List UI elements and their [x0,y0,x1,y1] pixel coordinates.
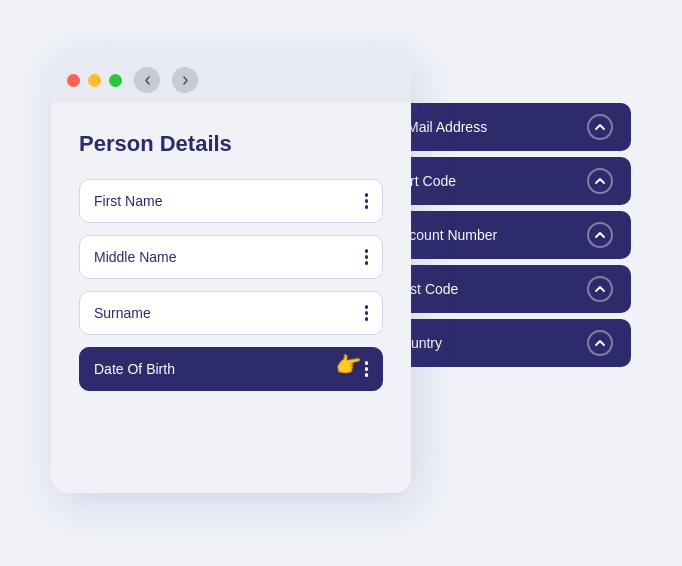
browser-chrome [51,53,411,103]
traffic-light-red[interactable] [67,74,80,87]
field-middlename[interactable]: Middle Name [79,235,383,279]
dot [365,261,369,265]
scene: E-Mail Address Sort Code Account Number [51,53,631,513]
dot [365,373,369,377]
dot [365,361,369,365]
dot [365,311,369,315]
field-firstname-label: First Name [94,193,162,209]
field-surname[interactable]: Surname [79,291,383,335]
chevron-up-icon [594,175,606,187]
browser-window: Person Details First Name Middle Name [51,53,411,493]
form-fields: First Name Middle Name [79,179,383,391]
field-firstname-menu[interactable] [365,193,369,209]
chevron-circle [587,114,613,140]
dot [365,193,369,197]
field-dob-menu[interactable] [365,361,369,377]
dot [365,255,369,259]
chevron-up-icon [594,229,606,241]
field-surname-menu[interactable] [365,305,369,321]
form-title: Person Details [79,131,383,157]
chevron-up-icon [594,121,606,133]
traffic-light-yellow[interactable] [88,74,101,87]
field-middlename-menu[interactable] [365,249,369,265]
dot [365,249,369,253]
field-middlename-label: Middle Name [94,249,176,265]
forward-button[interactable] [172,67,198,93]
field-dob-label: Date Of Birth [94,361,175,377]
chevron-circle [587,222,613,248]
field-dob[interactable]: Date Of Birth 👉 [79,347,383,391]
browser-content: Person Details First Name Middle Name [51,103,411,493]
dot [365,199,369,203]
dot [365,205,369,209]
dot [365,305,369,309]
chevron-up-icon [594,337,606,349]
dot [365,367,369,371]
chevron-circle [587,168,613,194]
cursor-hand-icon: 👉 [333,350,364,380]
field-surname-label: Surname [94,305,151,321]
field-firstname[interactable]: First Name [79,179,383,223]
traffic-light-green[interactable] [109,74,122,87]
chevron-circle [587,276,613,302]
dot [365,317,369,321]
chevron-up-icon [594,283,606,295]
back-button[interactable] [134,67,160,93]
chevron-circle [587,330,613,356]
